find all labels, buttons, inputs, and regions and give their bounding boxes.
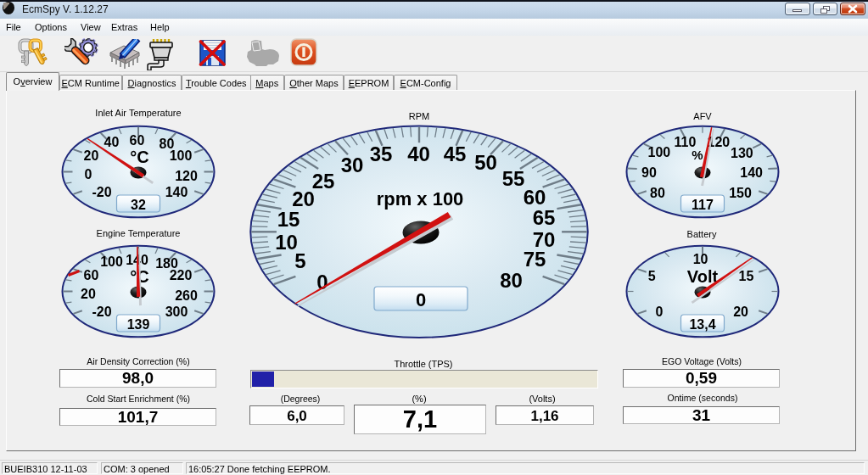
svg-text:220: 220 [170, 268, 193, 282]
svg-text:260: 260 [175, 288, 198, 303]
svg-text:%: % [692, 148, 703, 162]
svg-text:50: 50 [474, 151, 497, 174]
svg-text:-20: -20 [92, 305, 111, 319]
svg-text:32: 32 [131, 198, 146, 212]
svg-text:140: 140 [740, 165, 763, 180]
svg-text:80: 80 [500, 269, 523, 292]
svg-text:5: 5 [648, 269, 656, 283]
svg-text:60: 60 [524, 186, 546, 209]
svg-text:rpm x 100: rpm x 100 [377, 188, 464, 210]
svg-text:80: 80 [650, 186, 665, 200]
svg-text:139: 139 [127, 317, 150, 332]
svg-text:100: 100 [100, 254, 123, 269]
svg-text:100: 100 [170, 148, 193, 163]
svg-text:60: 60 [130, 133, 145, 148]
svg-text:60: 60 [84, 268, 99, 282]
svg-text:140: 140 [165, 185, 188, 199]
svg-text:300: 300 [165, 305, 188, 319]
svg-text:0: 0 [85, 167, 92, 182]
svg-text:15: 15 [277, 208, 300, 231]
svg-text:100: 100 [648, 145, 671, 159]
svg-text:-20: -20 [92, 185, 111, 199]
svg-text:45: 45 [444, 142, 467, 165]
svg-text:55: 55 [502, 167, 525, 190]
svg-text:0: 0 [655, 305, 663, 319]
svg-text:117: 117 [692, 198, 714, 212]
svg-text:35: 35 [370, 142, 393, 165]
svg-text:40: 40 [104, 135, 120, 149]
svg-text:20: 20 [81, 287, 96, 301]
svg-text:13,4: 13,4 [689, 317, 715, 332]
svg-text:10: 10 [693, 252, 708, 266]
svg-text:150: 150 [729, 186, 752, 200]
svg-text:20: 20 [733, 305, 748, 319]
svg-text:°C: °C [130, 148, 148, 166]
svg-text:30: 30 [341, 154, 364, 176]
svg-text:15: 15 [739, 269, 754, 283]
svg-text:75: 75 [524, 248, 546, 271]
svg-text:65: 65 [533, 206, 556, 229]
svg-text:130: 130 [731, 146, 753, 160]
svg-text:90: 90 [641, 165, 657, 180]
svg-text:120: 120 [175, 169, 198, 183]
svg-text:10: 10 [275, 231, 298, 254]
svg-text:20: 20 [84, 148, 99, 163]
svg-text:0: 0 [416, 289, 426, 310]
svg-text:40: 40 [407, 142, 430, 165]
svg-text:Volt: Volt [687, 267, 719, 286]
svg-text:25: 25 [312, 170, 335, 193]
